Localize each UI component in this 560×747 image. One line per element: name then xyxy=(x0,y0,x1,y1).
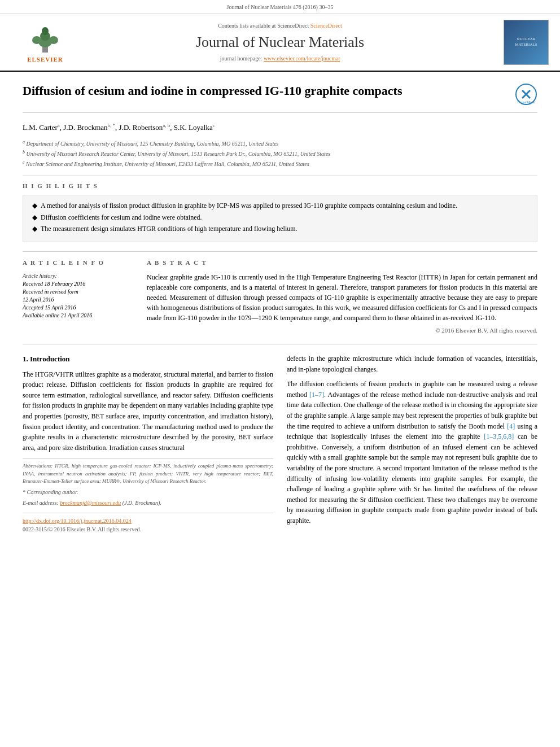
email-note: E-mail address: brockmanjd@missouri.edu … xyxy=(23,499,273,507)
journal-reference: Journal of Nuclear Materials 476 (2016) … xyxy=(227,4,334,10)
copyright: © 2016 Elsevier B.V. All rights reserved… xyxy=(147,326,537,335)
doi-url: http://dx.doi.org/10.1016/j.jnucmat.2016… xyxy=(23,517,273,525)
available-date: Available online 21 April 2016 xyxy=(23,312,135,320)
footnote-section: Abbreviations: HTGR, high temperature ga… xyxy=(23,458,273,507)
article-info-col: A R T I C L E I N F O Article history: R… xyxy=(23,259,135,335)
elsevier-logo: ELSEVIER xyxy=(25,20,65,64)
highlights-box: ◆ A method for analysis of fission produ… xyxy=(23,195,537,242)
email-label: E-mail address: xyxy=(23,500,60,506)
right-para-1: defects in the graphite microstructure w… xyxy=(287,353,537,374)
affil-c: c Nuclear Science and Engineering Instit… xyxy=(23,159,537,168)
body-section: 1. Introduction The HTGR/VHTR utilizes g… xyxy=(23,344,537,534)
right-para-2: The diffusion coefficients of fission pr… xyxy=(287,379,537,526)
highlight-item-2: ◆ Diffusion coefficients for cesium and … xyxy=(32,213,528,222)
journal-cover-section: NUCLEAR MATERIALS xyxy=(481,20,549,65)
highlight-item-3: ◆ The measurement design simulates HTGR … xyxy=(32,224,528,234)
homepage-link[interactable]: www.elsevier.com/locate/jnucmat xyxy=(264,55,340,62)
affil-a: a Department of Chemistry, University of… xyxy=(23,139,537,148)
affil-b: b University of Missouri Research Reacto… xyxy=(23,149,537,158)
issn: 0022-3115/© 2016 Elsevier B.V. All right… xyxy=(23,525,273,534)
highlights-section: H I G H L I G H T S ◆ A method for analy… xyxy=(23,182,537,243)
abstract-text: Nuclear graphite grade IG-110 is current… xyxy=(147,272,537,323)
abbrev-label: Abbreviations: xyxy=(23,463,55,469)
sciencedirect-link[interactable]: ScienceDirect xyxy=(310,23,342,29)
article-info-heading: A R T I C L E I N F O xyxy=(23,259,135,267)
divider-1 xyxy=(23,176,537,176)
journal-reference-bar: Journal of Nuclear Materials 476 (2016) … xyxy=(0,0,560,14)
elsevier-text: ELSEVIER xyxy=(27,55,63,64)
journal-title: Journal of Nuclear Materials xyxy=(79,32,481,53)
author-carter: L.M. Carter xyxy=(23,123,58,132)
crossmark-icon: CrossMark xyxy=(515,83,537,106)
revised-date: 12 April 2016 xyxy=(23,296,135,304)
abbreviations-footnote: Abbreviations: HTGR, high temperature ga… xyxy=(23,462,273,486)
abstract-col: A B S T R A C T Nuclear graphite grade I… xyxy=(147,259,537,335)
intro-heading: 1. Introduction xyxy=(23,353,273,365)
bullet-2: ◆ xyxy=(32,213,37,222)
journal-title-section: Contents lists available at ScienceDirec… xyxy=(79,22,481,63)
journal-cover-image: NUCLEAR MATERIALS xyxy=(504,20,549,65)
ref-4[interactable]: [4] xyxy=(507,422,515,430)
history-label: Article history: xyxy=(23,272,135,280)
body-left-col: 1. Introduction The HTGR/VHTR utilizes g… xyxy=(23,353,273,534)
article-info-abstract-section: A R T I C L E I N F O Article history: R… xyxy=(23,251,537,335)
doi-section: http://dx.doi.org/10.1016/j.jnucmat.2016… xyxy=(23,513,273,534)
journal-header: ELSEVIER Contents lists available at Sci… xyxy=(0,14,560,72)
page: Journal of Nuclear Materials 476 (2016) … xyxy=(0,0,560,747)
bullet-1: ◆ xyxy=(32,201,37,211)
ref-1-3-5-6-8[interactable]: [1–3,5,6,8] xyxy=(484,433,514,440)
main-content: Diffusion of cesium and iodine in compre… xyxy=(0,72,560,545)
elsevier-tree-icon xyxy=(25,20,65,54)
body-two-col: 1. Introduction The HTGR/VHTR utilizes g… xyxy=(23,353,537,534)
highlights-heading: H I G H L I G H T S xyxy=(23,182,537,190)
svg-point-3 xyxy=(42,27,49,35)
journal-homepage: journal homepage: www.elsevier.com/locat… xyxy=(79,55,481,63)
authors-section: L.M. Cartera, J.D. Brockmanb, *, J.D. Ro… xyxy=(23,122,537,133)
author-loyalka: S.K. Loyalka xyxy=(174,123,213,132)
email-link[interactable]: brockmanjd@missouri.edu xyxy=(60,500,121,506)
author-robertson: J.D. Robertson xyxy=(119,123,163,132)
ref-1-7[interactable]: [1–7] xyxy=(309,391,324,399)
svg-point-4 xyxy=(32,36,41,44)
intro-left-text: The HTGR/VHTR utilizes graphite as a mod… xyxy=(23,369,273,453)
doi-link[interactable]: http://dx.doi.org/10.1016/j.jnucmat.2016… xyxy=(23,518,132,524)
elsevier-logo-section: ELSEVIER xyxy=(11,20,79,64)
svg-point-5 xyxy=(49,36,58,44)
received-date: Received 18 February 2016 xyxy=(23,280,135,288)
svg-text:CrossMark: CrossMark xyxy=(517,100,535,104)
sciencedirect-line: Contents lists available at ScienceDirec… xyxy=(79,22,481,30)
article-history: Article history: Received 18 February 20… xyxy=(23,272,135,320)
article-title: Diffusion of cesium and iodine in compre… xyxy=(23,83,504,99)
bullet-3: ◆ xyxy=(32,224,37,234)
article-title-section: Diffusion of cesium and iodine in compre… xyxy=(23,83,537,113)
author-brockman: J.D. Brockman xyxy=(63,123,107,132)
accepted-date: Accepted 15 April 2016 xyxy=(23,304,135,312)
body-right-col: defects in the graphite microstructure w… xyxy=(287,353,537,534)
abstract-heading: A B S T R A C T xyxy=(147,259,537,267)
highlight-item-1: ◆ A method for analysis of fission produ… xyxy=(32,201,528,211)
corresponding-note: * Corresponding author. xyxy=(23,488,273,496)
revised-label: Received in revised form xyxy=(23,288,135,296)
affiliations-section: a Department of Chemistry, University of… xyxy=(23,139,537,169)
abbreviations-text: HTGR, high temperature gas-cooled reacto… xyxy=(23,463,273,484)
